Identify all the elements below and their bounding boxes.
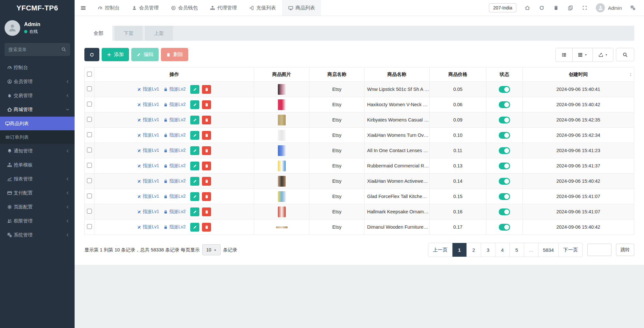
nav-item-products[interactable]: 商品列表	[282, 0, 321, 16]
row-edit-button[interactable]	[190, 85, 199, 94]
row-checkbox[interactable]	[87, 224, 92, 229]
status-toggle[interactable]	[499, 208, 510, 215]
clear-cache-button[interactable]	[564, 2, 577, 13]
nav-item-members[interactable]: 会员管理	[126, 0, 165, 16]
assign-lv2-link[interactable]: 指派Lv2	[164, 224, 186, 230]
row-delete-button[interactable]	[202, 177, 211, 186]
row-checkbox[interactable]	[87, 193, 92, 198]
assign-lv2-link[interactable]: 指派Lv2	[164, 163, 186, 169]
row-checkbox[interactable]	[87, 209, 92, 214]
assign-lv2-link[interactable]: 指派Lv2	[164, 209, 186, 215]
add-button[interactable]: 添加	[102, 48, 129, 61]
assign-lv1-link[interactable]: 指派Lv1	[137, 209, 159, 215]
home-button[interactable]	[521, 2, 534, 13]
row-edit-button[interactable]	[190, 116, 199, 124]
row-checkbox[interactable]	[87, 148, 92, 152]
row-delete-button[interactable]	[202, 116, 211, 124]
assign-lv1-link[interactable]: 指派Lv1	[137, 102, 159, 107]
tab-off-shelf[interactable]: 下架	[115, 26, 143, 41]
assign-lv1-link[interactable]: 指派Lv1	[137, 224, 159, 230]
row-edit-button[interactable]	[190, 131, 199, 140]
sidebar-item-mall[interactable]: 商城管理	[0, 103, 75, 117]
assign-lv1-link[interactable]: 指派Lv1	[137, 117, 159, 123]
row-checkbox[interactable]	[87, 132, 92, 137]
page-size-select[interactable]: 10	[202, 244, 221, 255]
row-edit-button[interactable]	[190, 146, 199, 155]
status-toggle[interactable]	[499, 147, 510, 154]
assign-lv2-link[interactable]: 指派Lv2	[164, 86, 186, 92]
status-toggle[interactable]	[499, 132, 510, 139]
status-toggle[interactable]	[499, 163, 510, 169]
menu-search-input[interactable]	[5, 43, 70, 56]
nav-item-wallets[interactable]: 会员钱包	[165, 0, 204, 16]
refresh-table-button[interactable]	[84, 48, 99, 61]
row-checkbox[interactable]	[87, 117, 92, 122]
jump-page-input[interactable]	[587, 244, 611, 256]
detail-view-button[interactable]	[556, 48, 573, 62]
row-edit-button[interactable]	[190, 100, 199, 109]
status-toggle[interactable]	[499, 86, 510, 93]
page-1[interactable]: 1	[452, 243, 467, 257]
assign-lv1-link[interactable]: 指派Lv1	[137, 193, 159, 199]
assign-lv2-link[interactable]: 指派Lv2	[164, 193, 186, 199]
page-3[interactable]: 3	[481, 243, 495, 257]
status-toggle[interactable]	[499, 101, 510, 108]
tab-on-shelf[interactable]: 上架	[145, 26, 173, 41]
jump-button[interactable]: 跳转	[616, 244, 634, 256]
sidebar-item-dashboard[interactable]: 控制台	[0, 61, 75, 75]
row-delete-button[interactable]	[202, 85, 211, 94]
sidebar-toggle-button[interactable]	[75, 0, 92, 16]
sidebar-item-system[interactable]: 系统管理	[0, 228, 75, 242]
sidebar-item-notify[interactable]: 通知管理	[0, 144, 75, 158]
clear-trash-button[interactable]	[550, 2, 563, 13]
nav-item-dashboard[interactable]: 控制台	[92, 0, 126, 16]
delete-button[interactable]: 删除	[161, 48, 188, 61]
sidebar-item-trade[interactable]: ฿交易管理	[0, 89, 75, 103]
next-page-button[interactable]: 下一页	[559, 243, 582, 257]
row-checkbox[interactable]	[87, 163, 92, 168]
row-checkbox[interactable]	[87, 86, 92, 91]
assign-lv2-link[interactable]: 指派Lv2	[164, 148, 186, 153]
row-edit-button[interactable]	[190, 207, 199, 216]
columns-dropdown-button[interactable]	[573, 48, 593, 62]
assign-lv1-link[interactable]: 指派Lv1	[137, 148, 159, 153]
row-delete-button[interactable]	[202, 192, 211, 201]
row-edit-button[interactable]	[190, 177, 199, 186]
edit-button[interactable]: 编辑	[131, 48, 159, 61]
row-delete-button[interactable]	[202, 162, 211, 170]
tab-all[interactable]: 全部	[84, 26, 112, 41]
assign-lv1-link[interactable]: 指派Lv1	[137, 178, 159, 184]
assign-lv1-link[interactable]: 指派Lv1	[137, 163, 159, 169]
sidebar-item-product-list[interactable]: 商品列表	[0, 117, 75, 130]
row-checkbox[interactable]	[87, 102, 92, 107]
refresh-button[interactable]	[535, 2, 548, 13]
row-edit-button[interactable]	[190, 223, 199, 232]
user-menu[interactable]: Admin	[593, 3, 625, 12]
row-delete-button[interactable]	[202, 223, 211, 232]
sidebar-item-grab-template[interactable]: 抢单模板	[0, 158, 75, 172]
status-toggle[interactable]	[499, 224, 510, 231]
assign-lv2-link[interactable]: 指派Lv2	[164, 117, 186, 123]
settings-button[interactable]	[626, 2, 639, 13]
row-delete-button[interactable]	[202, 146, 211, 155]
nav-item-recharge[interactable]: 充值列表	[243, 0, 282, 16]
export-dropdown-button[interactable]	[593, 48, 613, 62]
sidebar-item-members[interactable]: 会员管理	[0, 75, 75, 89]
status-toggle[interactable]	[499, 193, 510, 200]
prev-page-button[interactable]: 上一页	[428, 243, 452, 257]
assign-lv2-link[interactable]: 指派Lv2	[164, 132, 186, 138]
sidebar-item-permissions[interactable]: 权限管理	[0, 214, 75, 228]
row-edit-button[interactable]	[190, 162, 199, 170]
assign-lv2-link[interactable]: 指派Lv2	[164, 102, 186, 107]
row-delete-button[interactable]	[202, 207, 211, 216]
region-button[interactable]: 207-India	[489, 3, 516, 12]
row-delete-button[interactable]	[202, 100, 211, 109]
fullscreen-button[interactable]	[578, 2, 591, 13]
status-toggle[interactable]	[499, 117, 510, 123]
sidebar-item-page-config[interactable]: 页面配置	[0, 200, 75, 214]
page-4[interactable]: 4	[495, 243, 510, 257]
row-edit-button[interactable]	[190, 192, 199, 201]
page-last[interactable]: 5834	[538, 243, 559, 257]
page-5[interactable]: 5	[510, 243, 524, 257]
sidebar-item-payment-config[interactable]: 支付配置	[0, 186, 75, 200]
